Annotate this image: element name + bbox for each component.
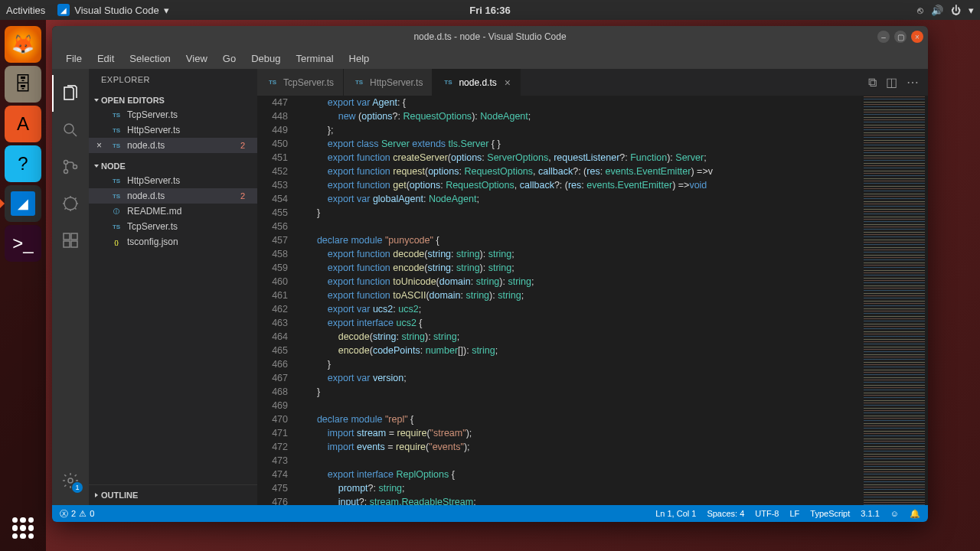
titlebar: node.d.ts - node - Visual Studio Code – …: [52, 26, 928, 47]
volume-icon[interactable]: 🔊: [931, 5, 943, 16]
menu-file[interactable]: File: [60, 50, 88, 67]
search-view-icon[interactable]: [52, 112, 89, 148]
menu-selection[interactable]: Selection: [123, 50, 176, 67]
power-icon[interactable]: ⏻: [951, 5, 961, 16]
notifications-icon[interactable]: 🔔: [910, 509, 920, 519]
system-menu-chevron[interactable]: ▾: [969, 5, 974, 16]
svg-rect-5: [64, 233, 70, 240]
file-icon: {}: [110, 236, 122, 247]
ts-file-icon: TS: [110, 109, 122, 120]
menu-view[interactable]: View: [180, 50, 214, 67]
explorer-view-icon[interactable]: [52, 75, 89, 112]
encoding-status[interactable]: UTF-8: [755, 509, 779, 518]
menu-terminal[interactable]: Terminal: [289, 50, 339, 67]
open-editor-item[interactable]: TSTcpServer.ts: [89, 107, 257, 122]
file-tree-item[interactable]: {}tsconfig.json: [89, 234, 257, 249]
more-icon[interactable]: ⋯: [906, 75, 919, 90]
editor-tab[interactable]: TSTcpServer.ts: [257, 69, 344, 96]
svg-point-3: [74, 165, 77, 169]
split-icon[interactable]: ◫: [886, 75, 897, 90]
app-indicator[interactable]: ◢ Visual Studio Code ▾: [57, 4, 168, 16]
code-editor[interactable]: 4474484494504514524534544554564574584594…: [257, 96, 928, 505]
menu-go[interactable]: Go: [217, 50, 242, 67]
vscode-icon: ◢: [57, 4, 70, 16]
file-tree-item[interactable]: TSTcpServer.ts: [89, 219, 257, 234]
open-editor-item[interactable]: ×TSnode.d.ts2: [89, 138, 257, 153]
vscode-window: node.d.ts - node - Visual Studio Code – …: [52, 26, 928, 522]
svg-point-2: [64, 170, 68, 174]
editor-area: TSTcpServer.tsTSHttpServer.tsTSnode.d.ts…: [257, 69, 928, 505]
file-icon: ⓘ: [110, 206, 122, 217]
language-status[interactable]: TypeScript: [810, 509, 850, 518]
svg-point-1: [64, 161, 68, 165]
project-header[interactable]: NODE: [89, 159, 257, 173]
extensions-view-icon[interactable]: [52, 222, 89, 259]
menubar: FileEditSelectionViewGoDebugTerminalHelp: [52, 47, 928, 69]
ts-file-icon: TS: [353, 77, 365, 88]
editor-tab[interactable]: TSnode.d.ts×: [433, 69, 521, 96]
svg-rect-8: [71, 241, 77, 247]
close-button[interactable]: ×: [911, 31, 923, 43]
open-editors-header[interactable]: OPEN EDITORS: [89, 93, 257, 107]
svg-point-4: [64, 197, 77, 210]
dock-terminal[interactable]: >_: [5, 225, 41, 262]
show-applications[interactable]: [12, 517, 34, 539]
close-icon[interactable]: ×: [501, 77, 511, 89]
minimize-button[interactable]: –: [877, 31, 890, 43]
line-gutter: 4474484494504514524534544554564574584594…: [257, 96, 300, 505]
eol-status[interactable]: LF: [789, 509, 799, 518]
error-count: 2: [240, 141, 251, 150]
dock-software[interactable]: A: [5, 106, 41, 142]
svg-point-9: [68, 478, 73, 483]
close-icon[interactable]: ×: [96, 140, 102, 151]
ubuntu-dock: 🦊 🗄 A ? ◢ >_: [0, 20, 46, 551]
settings-gear-icon[interactable]: 1: [52, 462, 89, 499]
problems-status[interactable]: ⓧ2 ⚠0: [60, 508, 94, 520]
minimap[interactable]: [861, 96, 928, 505]
compare-icon[interactable]: ⧉: [868, 76, 877, 90]
outline-header[interactable]: OUTLINE: [89, 488, 257, 502]
ts-file-icon: TS: [110, 125, 122, 135]
menu-help[interactable]: Help: [343, 50, 376, 67]
svg-rect-7: [64, 241, 70, 247]
dock-files[interactable]: 🗄: [5, 66, 41, 103]
window-title: node.d.ts - node - Visual Studio Code: [413, 31, 566, 42]
sidebar-title: EXPLORER: [89, 69, 257, 90]
feedback-icon[interactable]: ☺: [890, 509, 899, 518]
dock-help[interactable]: ?: [5, 145, 41, 182]
ts-version[interactable]: 3.1.1: [861, 509, 879, 518]
statusbar: ⓧ2 ⚠0 Ln 1, Col 1 Spaces: 4 UTF-8 LF Typ…: [52, 505, 928, 522]
maximize-button[interactable]: ▢: [894, 31, 906, 43]
open-editor-item[interactable]: TSHttpServer.ts: [89, 122, 257, 138]
error-icon: ⓧ: [60, 508, 68, 520]
code-content[interactable]: export var Agent: { new (options?: Reque…: [300, 96, 861, 505]
file-tree-item[interactable]: ⓘREADME.md: [89, 204, 257, 219]
menu-debug[interactable]: Debug: [245, 50, 286, 67]
scm-view-icon[interactable]: [52, 148, 89, 185]
activity-bar: 1: [52, 69, 89, 505]
system-topbar: Activities ◢ Visual Studio Code ▾ Fri 16…: [0, 0, 980, 20]
file-icon: TS: [110, 191, 122, 201]
dock-firefox[interactable]: 🦊: [5, 26, 41, 63]
ts-file-icon: TS: [110, 140, 122, 151]
sidebar: EXPLORER OPEN EDITORS TSTcpServer.tsTSHt…: [89, 69, 257, 505]
debug-view-icon[interactable]: [52, 185, 89, 222]
ts-file-icon: TS: [266, 77, 279, 88]
system-clock[interactable]: Fri 16:36: [469, 5, 510, 16]
chevron-down-icon: [94, 165, 99, 168]
network-icon[interactable]: ⎋: [917, 5, 923, 16]
indentation-status[interactable]: Spaces: 4: [707, 509, 744, 518]
file-icon: TS: [110, 175, 122, 186]
editor-tab[interactable]: TSHttpServer.ts: [344, 69, 433, 96]
dock-vscode[interactable]: ◢: [5, 185, 41, 222]
svg-rect-6: [71, 233, 77, 240]
file-icon: TS: [110, 221, 122, 232]
warning-icon: ⚠: [79, 509, 87, 519]
menu-edit[interactable]: Edit: [91, 50, 120, 67]
gear-badge: 1: [72, 482, 83, 493]
cursor-position[interactable]: Ln 1, Col 1: [655, 509, 696, 518]
activities-button[interactable]: Activities: [6, 5, 45, 16]
file-tree-item[interactable]: TSHttpServer.ts: [89, 173, 257, 188]
file-tree-item[interactable]: TSnode.d.ts2: [89, 188, 257, 204]
ts-file-icon: TS: [442, 77, 454, 88]
